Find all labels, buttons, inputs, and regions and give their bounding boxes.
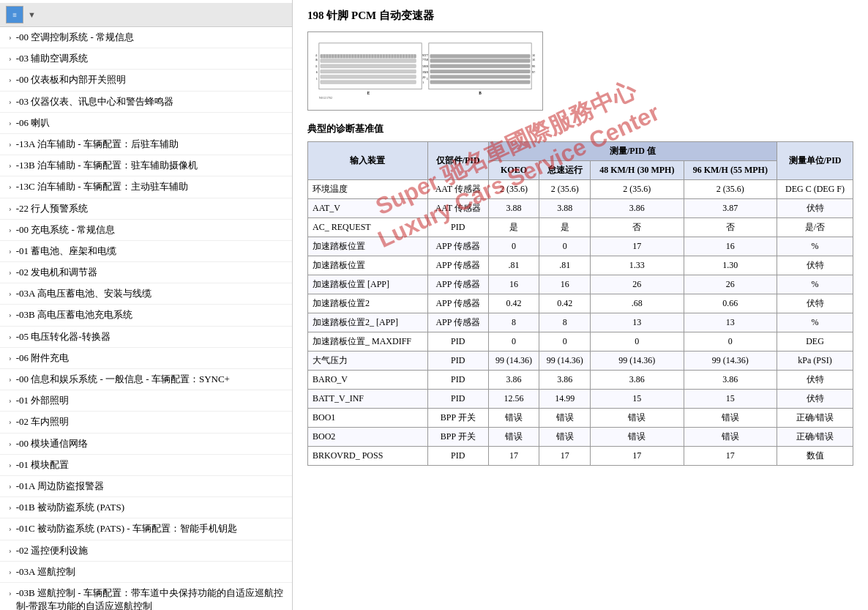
svg-rect-13	[321, 59, 416, 63]
arrow-icon: ›	[9, 565, 12, 577]
sidebar-item-label: -03 仪器仪表、讯息中心和警告蜂鸣器	[16, 95, 286, 108]
cell-v3: .68	[591, 294, 684, 313]
sidebar-item[interactable]: ›-03 仪器仪表、讯息中心和警告蜂鸣器	[0, 92, 292, 113]
cell-v4: 1.30	[684, 256, 777, 275]
connector-diagram: 61 46 31 16 1 95 77 58 39 20 1	[307, 31, 543, 111]
sidebar-item-label: -01 外部照明	[16, 394, 286, 407]
cell-v3: 2 (35.6)	[591, 180, 684, 199]
cell-unit: 数值	[777, 447, 853, 466]
sidebar-item[interactable]: ›-06 喇叭	[0, 113, 292, 134]
sidebar-item-label: -03B 巡航控制 - 车辆配置：带车道中央保持功能的自适应巡航控制-带跟车功能…	[16, 587, 286, 610]
sidebar-item[interactable]: ›-00 充电系统 - 常规信息	[0, 220, 292, 241]
arrow-icon: ›	[9, 330, 12, 342]
sidebar-item[interactable]: ›-00 信息和娱乐系统 - 一般信息 - 车辆配置：SYNC+	[0, 369, 292, 390]
sidebar-header: ≡ ▼	[0, 3, 292, 27]
cell-unit: DEG	[777, 332, 853, 352]
cell-v4: 16	[684, 237, 777, 256]
sidebar-item[interactable]: ›-22 行人预警系统	[0, 198, 292, 220]
sidebar-item[interactable]: ›-01 外部照明	[0, 390, 292, 412]
sidebar-item[interactable]: ›-00 模块通信网络	[0, 434, 292, 455]
cell-pid: AAT 传感器	[427, 199, 488, 218]
sidebar-item[interactable]: ›-00 空调控制系统 - 常规信息	[0, 27, 292, 48]
cell-v1: 0.42	[488, 294, 539, 313]
svg-rect-50	[411, 54, 414, 58]
sidebar-item[interactable]: ›-03B 高电压蓄电池充电系统	[0, 305, 292, 326]
arrow-icon: ›	[9, 544, 12, 556]
table-row: 加速踏板位置_ MAXDIFF PID 0 0 0 0 DEG	[308, 332, 853, 352]
sidebar-item-label: -02 发电机和调节器	[16, 266, 286, 279]
sidebar-item[interactable]: ›-03A 巡航控制	[0, 562, 292, 583]
svg-text:20: 20	[425, 70, 428, 74]
sidebar-item[interactable]: ›-13B 泊车辅助 - 车辆配置：驻车辅助摄像机	[0, 155, 292, 176]
svg-text:1: 1	[427, 77, 428, 81]
arrow-icon: ›	[9, 223, 12, 235]
cell-v1: 错误	[488, 409, 539, 428]
svg-rect-49	[408, 54, 411, 58]
sidebar-item[interactable]: ›-00 仪表板和内部开关照明	[0, 70, 292, 91]
svg-text:31: 31	[315, 64, 318, 68]
cell-v3: 1.33	[591, 256, 684, 275]
svg-rect-46	[400, 54, 402, 58]
cell-v1: 8	[488, 313, 539, 332]
cell-pid: PID	[427, 371, 488, 390]
svg-rect-22	[332, 54, 334, 58]
cell-v1: 错误	[488, 428, 539, 447]
sidebar-item[interactable]: ›-01C 被动防盗系统 (PATS) - 车辆配置：智能手机钥匙	[0, 518, 292, 540]
sidebar-item-label: -06 喇叭	[16, 116, 286, 130]
sidebar-item[interactable]: ›-13C 泊车辅助 - 车辆配置：主动驻车辅助	[0, 176, 292, 198]
sidebar-item-label: -13B 泊车辅助 - 车辆配置：驻车辅助摄像机	[16, 159, 286, 172]
svg-rect-21	[329, 54, 331, 58]
cell-input: AC_ REQUEST	[308, 218, 428, 237]
sidebar-item[interactable]: ›-03A 高电压蓄电池、安装与线缆	[0, 283, 292, 305]
svg-rect-64	[430, 59, 530, 63]
cell-pid: PID	[427, 447, 488, 466]
table-row: BRKOVRD_ POSS PID 17 17 17 17 数值	[308, 447, 853, 466]
cell-v3: 错误	[591, 428, 684, 447]
arrow-icon: ›	[9, 266, 12, 278]
cell-input: 加速踏板位置_ MAXDIFF	[308, 332, 428, 352]
svg-rect-48	[405, 54, 408, 58]
sidebar-items: ›-00 空调控制系统 - 常规信息›-03 辅助空调系统›-00 仪表板和内部…	[0, 27, 292, 610]
sidebar-item[interactable]: ›-05 电压转化器-转换器	[0, 327, 292, 348]
cell-input: 加速踏板位置	[308, 256, 428, 275]
cell-v4: 26	[684, 275, 777, 294]
svg-rect-26	[343, 54, 345, 58]
sidebar-item[interactable]: ›-02 遥控便利设施	[0, 540, 292, 562]
svg-rect-35	[369, 54, 371, 58]
sidebar-item-label: -22 行人预警系统	[16, 202, 286, 215]
sidebar-item-label: -00 充电系统 - 常规信息	[16, 223, 286, 237]
sidebar-item[interactable]: ›-13A 泊车辅助 - 车辆配置：后驻车辅助	[0, 134, 292, 155]
cell-v4: 错误	[684, 409, 777, 428]
cell-v1: 是	[488, 218, 539, 237]
svg-text:E: E	[367, 91, 370, 95]
sidebar-item[interactable]: ›-02 发电机和调节器	[0, 262, 292, 283]
sidebar-item[interactable]: ›-03 辅助空调系统	[0, 48, 292, 70]
arrow-icon: ›	[9, 394, 12, 406]
svg-text:1: 1	[316, 77, 318, 81]
cell-pid: APP 传感器	[427, 256, 488, 275]
sidebar-item[interactable]: ›-01B 被动防盗系统 (PATS)	[0, 497, 292, 518]
sidebar-item[interactable]: ›-03B 巡航控制 - 车辆配置：带车道中央保持功能的自适应巡航控制-带跟车功…	[0, 583, 292, 610]
sidebar-item[interactable]: ›-01 蓄电池、座架和电缆	[0, 241, 292, 262]
sidebar-item[interactable]: ›-06 附件充电	[0, 348, 292, 369]
svg-rect-34	[366, 54, 368, 58]
arrow-icon: ›	[9, 308, 12, 320]
arrow-icon: ›	[9, 202, 12, 214]
sidebar-item[interactable]: ›-01A 周边防盗报警器	[0, 476, 292, 497]
sidebar-item-label: -01C 被动防盗系统 (PATS) - 车辆配置：智能手机钥匙	[16, 522, 286, 535]
cell-v1: 0	[488, 237, 539, 256]
svg-rect-15	[321, 70, 416, 73]
svg-rect-14	[321, 64, 416, 68]
svg-rect-30	[354, 54, 356, 58]
th-input-device: 输入装置	[308, 142, 428, 180]
sidebar-item[interactable]: ›-01 模块配置	[0, 455, 292, 476]
cell-unit: DEG C (DEG F)	[777, 180, 853, 199]
table-row: 大气压力 PID 99 (14.36) 99 (14.36) 99 (14.36…	[308, 352, 853, 371]
cell-v3: 15	[591, 390, 684, 409]
svg-rect-16	[321, 75, 416, 78]
sidebar-item-label: -01 蓄电池、座架和电缆	[16, 245, 286, 258]
svg-text:58: 58	[425, 58, 428, 62]
cell-v2: 14.99	[539, 390, 591, 409]
cell-v2: 17	[539, 447, 591, 466]
sidebar-item[interactable]: ›-02 车内照明	[0, 412, 292, 433]
